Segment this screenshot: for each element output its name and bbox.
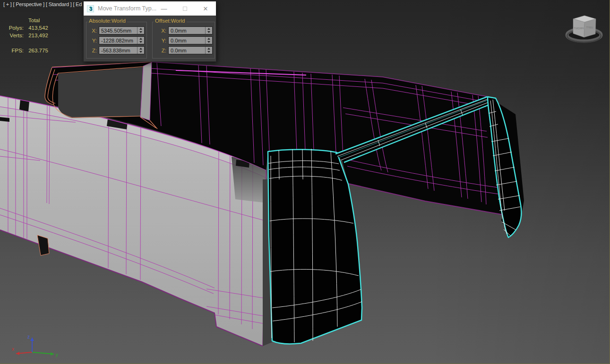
stats-header-row: Total (5, 17, 48, 24)
dialog-titlebar[interactable]: 3 Move Transform Typ... — ✕ (84, 1, 216, 16)
absolute-z-spinner[interactable] (137, 47, 144, 54)
z-axis-label: z (27, 334, 30, 339)
polys-value: 413,542 (28, 25, 48, 31)
absolute-y-spinbox[interactable] (99, 36, 145, 44)
offset-z-spinner[interactable] (205, 47, 212, 54)
offset-z-input[interactable] (169, 47, 205, 54)
verts-label: Verts: (5, 32, 24, 39)
absolute-x-spinner[interactable] (137, 27, 144, 34)
offset-world-group: Offset:World X: Y: Z: (152, 22, 215, 59)
z-field-label: Z: (92, 48, 97, 53)
y-field-label: Y: (92, 38, 97, 43)
offset-y-spinner[interactable] (205, 37, 212, 44)
x-axis-label: x (12, 347, 14, 352)
x-field-label: X: (161, 28, 166, 34)
move-transform-typein-dialog[interactable]: 3 Move Transform Typ... — ✕ Absolute:Wor… (83, 1, 216, 62)
viewcube-side-label: LEFT (586, 26, 593, 29)
offset-y-input[interactable] (169, 37, 205, 44)
absolute-z-spinbox[interactable] (99, 46, 145, 54)
absolute-world-group: Absolute:World X: Y: Z: (86, 22, 147, 59)
3dsmax-app-icon: 3 (87, 5, 94, 12)
polys-label: Polys: (5, 24, 24, 32)
stats-fps-row: FPS: 263.775 (5, 47, 48, 54)
statistics-overlay: Total Polys: 413,542 Verts: 213,492 FPS:… (5, 17, 48, 54)
absolute-y-row: Y: (86, 36, 145, 44)
absolute-y-input[interactable] (99, 37, 137, 44)
offset-x-spinner[interactable] (205, 27, 212, 34)
dialog-body: Absolute:World X: Y: Z: (84, 16, 216, 61)
dialog-title: Move Transform Typ... (98, 5, 156, 12)
absolute-z-row: Z: (86, 46, 145, 54)
y-field-label: Y: (162, 38, 166, 43)
maximize-button[interactable] (174, 1, 195, 16)
world-axis-gizmo: x y z (12, 334, 58, 357)
offset-x-row: X: (153, 26, 213, 34)
y-axis-label: y (56, 352, 58, 357)
stats-total-header: Total (28, 17, 40, 23)
stats-verts-row: Verts: 213,492 (5, 32, 48, 39)
offset-x-input[interactable] (169, 27, 205, 34)
fps-label: FPS: (5, 47, 24, 54)
x-field-label: X: (92, 28, 97, 34)
viewcube[interactable]: FRONT LEFT (567, 16, 601, 42)
absolute-x-row: X: (86, 26, 145, 34)
absolute-x-input[interactable] (99, 27, 137, 34)
offset-z-spinbox[interactable] (168, 46, 213, 54)
fps-value: 263.775 (28, 48, 48, 53)
close-button[interactable]: ✕ (195, 1, 216, 16)
absolute-y-spinner[interactable] (137, 37, 144, 44)
absolute-z-input[interactable] (99, 47, 137, 54)
viewport-3d[interactable]: FRONT LEFT x y z [ + ] [ Perspective ] [… (0, 0, 610, 364)
offset-world-label: Offset:World (154, 18, 187, 24)
stats-polys-row: Polys: 413,542 (5, 24, 48, 32)
z-field-label: Z: (162, 48, 166, 53)
absolute-x-spinbox[interactable] (99, 26, 145, 34)
viewcube-front-label: FRONT (574, 27, 584, 30)
offset-z-row: Z: (153, 46, 213, 54)
panel-foot (37, 235, 49, 255)
offset-x-spinbox[interactable] (168, 26, 213, 34)
minimize-button[interactable]: — (154, 1, 174, 16)
maximize-icon (183, 7, 187, 11)
offset-y-spinbox[interactable] (168, 36, 213, 44)
absolute-world-label: Absolute:World (87, 18, 127, 24)
verts-value: 213,492 (28, 33, 48, 38)
offset-y-row: Y: (153, 36, 213, 44)
